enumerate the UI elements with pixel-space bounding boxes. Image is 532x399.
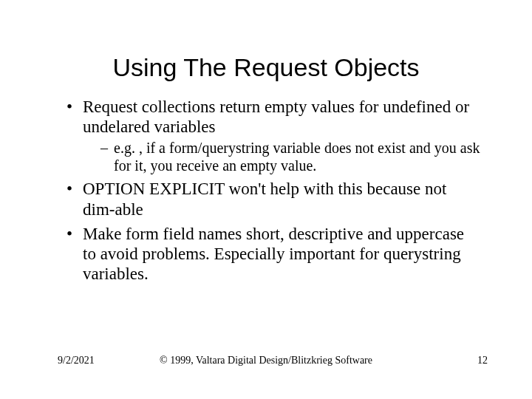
slide: Using The Request Objects Request collec… [0,0,532,399]
sub-bullet-text: e.g. , if a form/querystring variable do… [114,140,480,174]
bullet-text: Make form field names short, descriptive… [83,225,464,283]
bullet-text: Request collections return empty values … [83,98,469,136]
bullet-text: OPTION EXPLICIT won't help with this bec… [83,180,446,218]
bullet-item: OPTION EXPLICIT won't help with this bec… [66,179,480,219]
bullet-item: Make form field names short, descriptive… [66,224,480,284]
footer-copyright: © 1999, Valtara Digital Design/Blitzkrie… [0,355,532,367]
slide-body: Request collections return empty values … [0,97,532,284]
bullet-item: Request collections return empty values … [66,97,480,174]
footer: 9/2/2021 © 1999, Valtara Digital Design/… [0,355,532,384]
sub-bullet-item: e.g. , if a form/querystring variable do… [100,140,480,174]
footer-page-number: 12 [477,355,488,366]
slide-title: Using The Request Objects [0,0,532,97]
sub-bullet-list: e.g. , if a form/querystring variable do… [83,140,480,174]
bullet-list: Request collections return empty values … [66,97,480,284]
